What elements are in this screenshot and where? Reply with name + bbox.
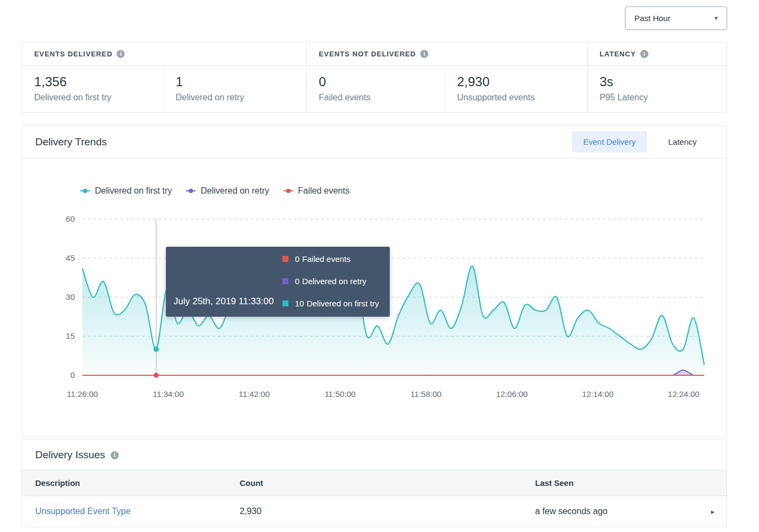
series-marker-icon: [80, 188, 90, 194]
info-icon[interactable]: i: [117, 50, 125, 58]
time-range-dropdown[interactable]: Past Hour ▼: [625, 7, 727, 30]
table-row[interactable]: Unsupported Event Type 2,930 a few secon…: [22, 496, 726, 527]
stat-delivered-retry: 1 Delivered on retry: [164, 66, 307, 112]
stats-values-row: 1,356 Delivered on first try 1 Delivered…: [22, 66, 726, 112]
series-marker-icon: [186, 188, 196, 194]
legend-label: Delivered on retry: [201, 186, 269, 196]
series-marker-icon: [284, 188, 293, 194]
events-delivered-label: EVENTS DELIVERED: [34, 50, 112, 58]
stat-label: Unsupported events: [457, 93, 587, 102]
stat-label: Failed events: [319, 93, 445, 102]
events-not-delivered-label: EVENTS NOT DELIVERED: [319, 50, 416, 58]
stats-group-events-delivered: EVENTS DELIVERED i: [22, 42, 307, 65]
svg-text:12:06:00: 12:06:00: [496, 389, 528, 399]
topbar: Past Hour ▼: [0, 0, 759, 36]
failed-swatch-icon: [282, 256, 288, 262]
stat-unsupported-events: 2,930 Unsupported events: [445, 66, 588, 112]
legend-label: Delivered on first try: [95, 186, 172, 196]
delivery-trends-header: Delivery Trends Event Delivery Latency: [22, 126, 726, 158]
legend-label: Failed events: [298, 186, 350, 196]
delivery-issues-card: Delivery Issues i Description Count Last…: [22, 439, 727, 527]
stat-delivered-first-try: 1,356 Delivered on first try: [22, 66, 164, 112]
stat-value: 1: [176, 74, 306, 89]
col-description: Description: [35, 478, 240, 488]
issue-link[interactable]: Unsupported Event Type: [35, 507, 240, 516]
svg-text:60: 60: [66, 214, 75, 223]
legend-item-delivered-first-try[interactable]: Delivered on first try: [80, 186, 172, 196]
stats-group-events-not-delivered: EVENTS NOT DELIVERED i: [307, 42, 588, 65]
trends-tabs: Event Delivery Latency: [572, 131, 708, 152]
stat-value: 1,356: [34, 74, 163, 89]
latency-label: LATENCY: [600, 50, 636, 58]
svg-text:11:50:00: 11:50:00: [325, 389, 356, 399]
svg-text:11:58:00: 11:58:00: [410, 389, 441, 399]
stat-failed-events: 0 Failed events: [307, 66, 445, 112]
tooltip-row-failed: 0 Failed events: [282, 254, 379, 264]
info-icon[interactable]: i: [640, 50, 648, 58]
stat-value: 0: [319, 74, 445, 89]
delivery-trends-title: Delivery Trends: [35, 136, 107, 148]
col-count: Count: [240, 478, 535, 488]
chevron-right-icon[interactable]: ▸: [700, 508, 726, 516]
tooltip-row-retry: 0 Delivered on retry: [282, 277, 379, 286]
time-range-value: Past Hour: [634, 14, 671, 23]
info-icon[interactable]: i: [420, 50, 428, 58]
svg-text:11:26:00: 11:26:00: [67, 389, 98, 399]
tooltip-row-first-try: 10 Delivered on first try: [282, 299, 379, 308]
issue-count: 2,930: [240, 507, 535, 516]
stats-group-latency: LATENCY i: [588, 42, 726, 65]
delivery-issues-title: Delivery Issues: [35, 449, 105, 461]
legend-item-delivered-retry[interactable]: Delivered on retry: [186, 186, 269, 196]
stats-summary-card: EVENTS DELIVERED i EVENTS NOT DELIVERED …: [22, 42, 727, 113]
svg-text:11:34:00: 11:34:00: [153, 389, 184, 399]
tooltip-timestamp: July 25th, 2019 11:33:00: [173, 296, 274, 307]
stat-label: Delivered on retry: [176, 93, 306, 102]
tab-latency[interactable]: Latency: [657, 131, 708, 152]
stat-p95-latency: 3s P95 Latency: [588, 66, 726, 112]
svg-text:30: 30: [66, 292, 75, 302]
stat-label: P95 Latency: [600, 93, 726, 102]
delivery-trends-body: Delivered on first try Delivered on retr…: [22, 185, 726, 437]
svg-text:12:24:00: 12:24:00: [668, 389, 699, 399]
tab-event-delivery[interactable]: Event Delivery: [572, 131, 647, 152]
info-icon[interactable]: i: [111, 451, 119, 459]
chart-tooltip: July 25th, 2019 11:33:00 0 Failed events…: [166, 247, 390, 317]
delivery-dashboard: Past Hour ▼ EVENTS DELIVERED i EVENTS NO…: [0, 0, 759, 532]
tooltip-entries: 0 Failed events 0 Delivered on retry 10 …: [282, 254, 379, 308]
stat-value: 3s: [600, 74, 726, 89]
delivery-issues-header: Delivery Issues i: [22, 439, 726, 470]
issues-table-header: Description Count Last Seen: [22, 470, 726, 496]
stat-label: Delivered on first try: [34, 93, 163, 102]
svg-text:45: 45: [66, 253, 75, 262]
svg-text:12:14:00: 12:14:00: [582, 389, 613, 399]
chevron-down-icon: ▼: [713, 15, 719, 21]
legend-item-failed-events[interactable]: Failed events: [284, 186, 350, 196]
svg-text:15: 15: [66, 331, 75, 341]
first-try-swatch-icon: [282, 300, 288, 306]
stats-header-row: EVENTS DELIVERED i EVENTS NOT DELIVERED …: [22, 42, 726, 66]
svg-text:0: 0: [70, 370, 75, 380]
retry-swatch-icon: [282, 278, 288, 284]
delivery-trends-card: Delivery Trends Event Delivery Latency D…: [22, 125, 727, 437]
stat-value: 2,930: [457, 74, 587, 89]
issue-last-seen: a few seconds ago: [535, 507, 700, 516]
svg-text:11:42:00: 11:42:00: [239, 389, 269, 399]
chart-legend: Delivered on first try Delivered on retr…: [80, 185, 726, 196]
col-last-seen: Last Seen: [535, 478, 700, 488]
